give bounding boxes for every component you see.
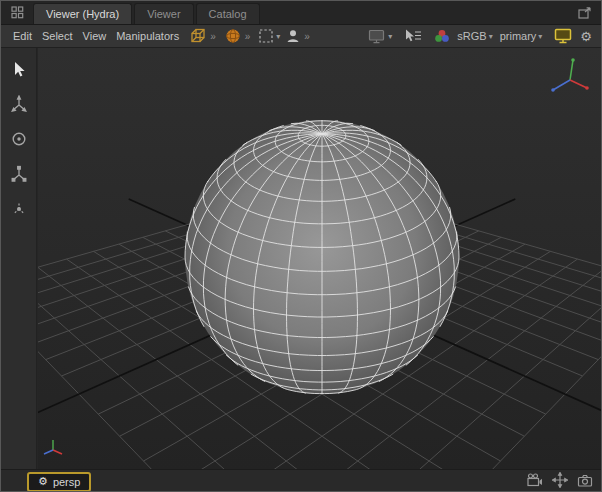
translate-tool-button[interactable] (8, 93, 30, 115)
selection-mode-button[interactable]: ▾ (258, 28, 280, 44)
camera-gear-icon: ⚙ (38, 476, 48, 487)
camera-person-button[interactable]: » (285, 28, 313, 44)
menu-view[interactable]: View (78, 28, 112, 44)
camera-select-button[interactable]: ⚙ persp (27, 472, 91, 492)
tab-label: Catalog (209, 8, 247, 20)
pointer-options-button[interactable] (404, 29, 422, 43)
dropdown-arrow-icon: ▾ (276, 32, 280, 41)
scale-tool-button[interactable] (8, 163, 30, 185)
viewer-settings-gear-icon[interactable]: ⚙ (580, 30, 592, 43)
orientation-gizmo[interactable] (547, 54, 593, 100)
pane-grid-icon[interactable] (8, 5, 26, 21)
tool-palette (1, 48, 37, 469)
tab-strip: Viewer (Hydra) Viewer Catalog (33, 1, 262, 24)
rotate-tool-button[interactable] (8, 128, 30, 150)
menu-manipulators[interactable]: Manipulators (111, 28, 184, 44)
film-camera-icon[interactable] (526, 473, 543, 491)
shading-mode-button[interactable]: » (189, 27, 219, 45)
viewport-toggle-icons (526, 472, 593, 492)
viewer-menubar: Edit Select View Manipulators » » ▾ (1, 25, 601, 48)
dropdown-arrow-icon: ▾ (388, 32, 392, 41)
float-pane-icon[interactable] (576, 5, 594, 21)
render-view-button[interactable]: ▾ (368, 29, 392, 44)
tab-viewer[interactable]: Viewer (134, 3, 193, 24)
origin-axis-icon (41, 437, 65, 461)
viewport-canvas[interactable] (38, 48, 602, 469)
tab-label: Viewer (Hydra) (46, 8, 119, 20)
menu-edit[interactable]: Edit (8, 28, 37, 44)
pivot-tool-button[interactable] (8, 198, 30, 220)
tab-catalog[interactable]: Catalog (196, 3, 260, 24)
colorspace-label: sRGB (457, 30, 486, 42)
tab-label: Viewer (147, 8, 180, 20)
geometry-display-button[interactable]: » (224, 27, 254, 45)
colorspace-select[interactable]: sRGB ▾ (457, 30, 492, 42)
dropdown-arrow-icon: ▾ (538, 32, 542, 41)
tab-viewer-hydra[interactable]: Viewer (Hydra) (33, 3, 132, 24)
viewer-pane: Viewer (Hydra) Viewer Catalog Edit Selec… (0, 0, 602, 492)
rgb-channels-icon[interactable] (434, 29, 450, 43)
menu-select[interactable]: Select (37, 28, 78, 44)
chevron-icon: » (304, 31, 310, 42)
viewport-status-bar: ⚙ persp (1, 469, 601, 492)
menubar-right-cluster: ▾ sRGB ▾ primary ▾ (363, 28, 594, 44)
dropdown-arrow-icon: ▾ (489, 32, 493, 41)
chevron-icon: » (245, 31, 251, 42)
snapshot-camera-icon[interactable] (577, 473, 593, 491)
select-tool-button[interactable] (8, 58, 30, 80)
channel-label: primary (500, 30, 537, 42)
chevron-icon: » (210, 31, 216, 42)
channel-select[interactable]: primary ▾ (500, 30, 543, 42)
pan-move-icon[interactable] (552, 472, 568, 492)
camera-name-label: persp (53, 476, 81, 488)
viewport-render (38, 48, 602, 469)
monitor-toggle-button[interactable] (554, 28, 573, 44)
tab-bar: Viewer (Hydra) Viewer Catalog (1, 1, 601, 25)
